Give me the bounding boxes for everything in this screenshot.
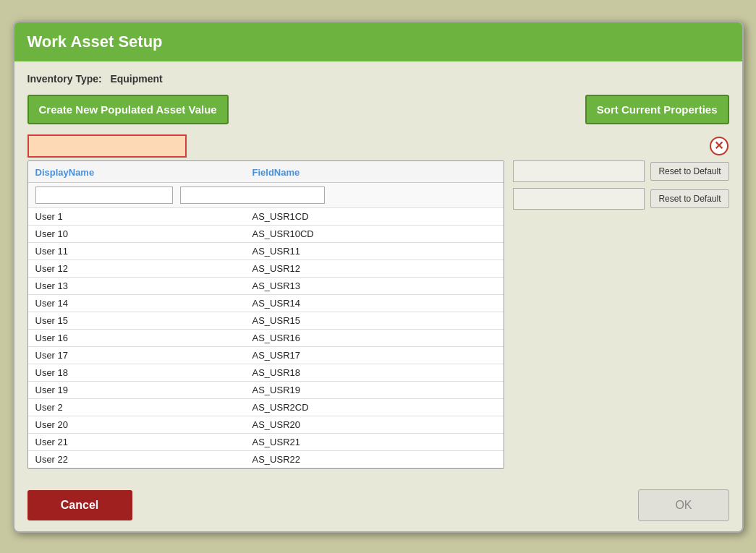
cancel-button[interactable]: Cancel [27,490,132,520]
list-item-display: User 15 [35,315,252,326]
list-item-field: AS_USR14 [252,298,300,309]
list-item[interactable]: User 20AS_USR20 [28,416,504,434]
list-item-field: AS_USR10CD [252,228,314,239]
create-new-button[interactable]: Create New Populated Asset Value [27,95,229,124]
dropdown-list: User 1AS_USR1CDUser 10AS_USR10CDUser 11A… [28,208,504,468]
inventory-type-row: Inventory Type: Equipment [27,73,729,85]
dialog-footer: Cancel OK [14,481,742,531]
list-item-display: User 14 [35,298,252,309]
search-row: ✕ [27,134,729,158]
list-item-display: User 11 [35,246,252,257]
list-item-field: AS_USR19 [252,385,300,395]
sort-current-button[interactable]: Sort Current Properties [585,95,729,124]
work-asset-setup-dialog: Work Asset Setup Inventory Type: Equipme… [13,21,744,533]
list-item-field: AS_USR15 [252,315,300,326]
list-item[interactable]: User 13AS_USR13 [28,278,504,295]
list-item-field: AS_USR12 [252,263,300,274]
main-content-row: DisplayName FieldName User 1AS_USR1CDUse… [27,160,729,469]
list-item-field: AS_USR1CD [252,211,309,222]
filter-row [28,183,504,208]
list-item-field: AS_USR21 [252,437,300,447]
list-item-display: User 18 [35,367,252,378]
list-item[interactable]: User 14AS_USR14 [28,295,504,312]
list-item-display: User 16 [35,333,252,343]
right-input-2[interactable] [513,188,645,210]
list-item-display: User 21 [35,437,252,447]
list-item-display: User 19 [35,385,252,395]
field-filter-input[interactable] [180,187,325,204]
dialog-header: Work Asset Setup [14,22,742,61]
list-item-display: User 20 [35,419,252,430]
dropdown-header: DisplayName FieldName [28,161,504,183]
search-input[interactable] [27,134,187,158]
inventory-type-value: Equipment [110,73,162,85]
dropdown-panel: DisplayName FieldName User 1AS_USR1CDUse… [27,160,505,469]
list-item-field: AS_USR16 [252,333,300,343]
list-item[interactable]: User 17AS_USR17 [28,347,504,364]
list-item-field: AS_USR17 [252,350,300,361]
list-item-display: User 17 [35,350,252,361]
list-item-field: AS_USR13 [252,280,300,291]
list-item-field: AS_USR11 [252,246,300,257]
list-item-display: User 2 [35,402,252,413]
right-field-row-1: Reset to Default [513,160,729,182]
list-item[interactable]: User 1AS_USR1CD [28,208,504,226]
list-item-field: AS_USR20 [252,419,300,430]
ok-button[interactable]: OK [638,489,729,521]
list-item[interactable]: User 12AS_USR12 [28,260,504,278]
col-display-name: DisplayName [35,167,252,178]
close-x-icon: ✕ [714,139,723,153]
list-item[interactable]: User 19AS_USR19 [28,382,504,399]
list-item[interactable]: User 2AS_USR2CD [28,399,504,416]
inventory-type-label: Inventory Type: [27,73,102,85]
list-item-display: User 22 [35,454,252,465]
close-circle-icon: ✕ [710,137,729,155]
list-item[interactable]: User 21AS_USR21 [28,434,504,451]
col-field-name: FieldName [252,167,300,178]
list-item-display: User 12 [35,263,252,274]
list-item[interactable]: User 10AS_USR10CD [28,226,504,243]
list-item[interactable]: User 16AS_USR16 [28,330,504,347]
right-panel: Reset to Default Reset to Default [513,160,729,210]
right-field-row-2: Reset to Default [513,188,729,210]
close-button[interactable]: ✕ [709,136,729,156]
list-item-field: AS_USR18 [252,367,300,378]
dialog-body: Inventory Type: Equipment Create New Pop… [14,61,742,481]
list-item[interactable]: User 22AS_USR22 [28,451,504,468]
top-buttons-row: Create New Populated Asset Value Sort Cu… [27,95,729,124]
list-item[interactable]: User 15AS_USR15 [28,312,504,330]
reset-default-button-2[interactable]: Reset to Default [650,189,729,208]
right-input-1[interactable] [513,160,645,182]
list-item-display: User 10 [35,228,252,239]
list-item-field: AS_USR2CD [252,402,309,413]
list-item-display: User 1 [35,211,252,222]
reset-default-button-1[interactable]: Reset to Default [650,162,729,181]
list-item[interactable]: User 18AS_USR18 [28,364,504,382]
display-filter-input[interactable] [35,187,173,204]
dialog-title: Work Asset Setup [27,33,163,51]
list-item-field: AS_USR22 [252,454,300,465]
list-item-display: User 13 [35,280,252,291]
list-item[interactable]: User 11AS_USR11 [28,243,504,260]
